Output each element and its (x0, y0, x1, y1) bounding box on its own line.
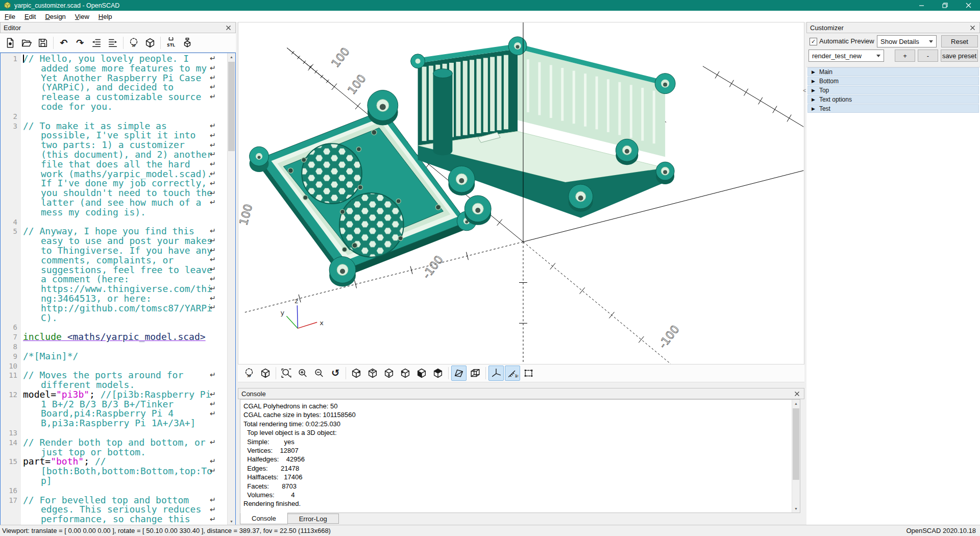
scroll-up-icon[interactable]: ▲ (792, 400, 800, 407)
code-line[interactable]: 9/*[Main]*/ (1, 352, 235, 361)
open-button[interactable] (19, 35, 34, 51)
view-bottom-button[interactable] (381, 366, 397, 381)
tab-console[interactable]: Console (240, 513, 288, 524)
show-edges-button[interactable] (521, 366, 536, 381)
details-dropdown[interactable]: Show Details (877, 35, 937, 47)
line-number: 13 (1, 428, 21, 438)
customizer-section-bottom[interactable]: ▶Bottom (807, 77, 979, 85)
console-close-icon[interactable] (793, 389, 801, 398)
code-line[interactable]: 3// To make it as simple as possible, I'… (1, 121, 235, 217)
wrap-indicator-icon: ↵ (210, 169, 216, 178)
send-to-printer-button[interactable] (180, 35, 195, 51)
collapse-left-icon[interactable]: < (803, 87, 806, 93)
svg-text:»: » (132, 41, 136, 48)
perspective-button[interactable] (451, 366, 467, 381)
menu-item-design[interactable]: Design (40, 12, 70, 21)
code-line[interactable]: 12model="pi3b"; //[pi3b:Raspberry Pi 1 B… (1, 390, 235, 428)
zoom-in-icon (297, 368, 308, 379)
zoom-out-button[interactable] (311, 366, 327, 381)
scroll-up-icon[interactable]: ▲ (228, 53, 235, 61)
customizer-section-top[interactable]: ▶Top (807, 86, 979, 94)
render-button[interactable] (258, 366, 273, 381)
code-line[interactable]: 7include <maths/yarpic_model.scad> (1, 332, 235, 342)
save-button[interactable] (35, 35, 51, 51)
reset-button[interactable]: Reset (941, 35, 978, 47)
menu-item-help[interactable]: Help (94, 12, 117, 21)
line-number: 17 (1, 496, 21, 526)
code-line[interactable]: 5// Anyway, I hope you find this easy to… (1, 227, 235, 323)
editor-close-icon[interactable] (224, 23, 232, 32)
undo-button[interactable]: ↶ (56, 35, 71, 51)
zoom-in-button[interactable] (295, 366, 310, 381)
view-left-button[interactable] (398, 366, 413, 381)
preset-dropdown[interactable]: render_test_new (808, 50, 884, 62)
render-icon (144, 37, 156, 48)
export-stl-button[interactable]: STL (163, 35, 179, 51)
console-panel: Console CGAL Polyhedrons in cache: 50CGA… (238, 388, 804, 513)
model-top-case (411, 37, 675, 225)
details-dropdown-value: Show Details (880, 38, 919, 45)
redo-button[interactable]: ↷ (72, 35, 88, 51)
view-right-button[interactable] (349, 366, 364, 381)
show-scale-button[interactable]: 10 (505, 366, 520, 381)
render-button[interactable] (142, 35, 158, 51)
customizer-section-main[interactable]: ▶Main (807, 67, 979, 76)
section-label: Text options (819, 96, 852, 103)
menu-item-file[interactable]: File (0, 12, 20, 21)
expand-arrow-icon: ▶ (812, 88, 815, 93)
menu-item-view[interactable]: View (70, 12, 94, 21)
view-back-button[interactable] (430, 366, 446, 381)
line-number: 8 (1, 342, 21, 352)
customizer-panel-title: Customizer (810, 24, 844, 32)
remove-preset-button[interactable]: - (918, 50, 938, 62)
code-line[interactable]: 11// Moves the ports around for differen… (1, 371, 235, 390)
wrap-indicator-icon: ↵ (210, 54, 216, 62)
save-preset-button[interactable]: save preset (941, 50, 978, 62)
undo-icon: ↶ (58, 37, 69, 48)
new-file-button[interactable] (3, 35, 18, 51)
customizer-section-text-options[interactable]: ▶Text options (807, 95, 979, 104)
preview-button[interactable]: » (241, 366, 257, 381)
view-front-button[interactable] (414, 366, 429, 381)
console-scrollbar[interactable]: ▲ ▼ (792, 400, 800, 513)
code-editor[interactable]: 1// Hello, you lovely people. I added so… (0, 53, 236, 526)
show-axes-button[interactable] (488, 366, 504, 381)
orthogonal-button[interactable] (468, 366, 483, 381)
restore-button[interactable] (933, 0, 957, 11)
editor-scroll-thumb[interactable] (228, 62, 235, 151)
scroll-down-icon[interactable]: ▼ (228, 518, 235, 525)
console-line: Halffacets: 17406 (240, 473, 800, 481)
editor-scrollbar[interactable]: ▲ ▼ (227, 53, 235, 525)
status-bar: Viewport: translate = [ 0.00 0.00 0.00 ]… (0, 525, 980, 536)
console-line: Edges: 21478 (240, 464, 800, 473)
viewport-3d[interactable]: 100 100 100 -100 -100 z y x (238, 22, 804, 364)
console-scroll-thumb[interactable] (793, 408, 799, 480)
code-line[interactable]: 14// Render both top and bottom, or just… (1, 438, 235, 457)
wrap-indicator-icon: ↵ (210, 400, 216, 408)
wrap-indicator-icon: ↵ (210, 255, 216, 263)
indent-button[interactable] (105, 35, 120, 51)
close-button[interactable] (957, 0, 980, 11)
unindent-button[interactable] (89, 35, 104, 51)
console-output[interactable]: CGAL Polyhedrons in cache: 50CGAL cache … (240, 399, 800, 513)
code-line[interactable]: 1// Hello, you lovely people. I added so… (1, 54, 235, 112)
view-top-button[interactable] (365, 366, 380, 381)
title-bar[interactable]: yarpic_customizer.scad - OpenSCAD (0, 0, 980, 11)
scroll-down-icon[interactable]: ▼ (792, 505, 800, 513)
menu-item-edit[interactable]: Edit (20, 12, 40, 21)
minimize-button[interactable] (910, 0, 933, 11)
console-line: Total rendering time: 0:02:25.030 (240, 420, 800, 428)
code-line[interactable]: 15part="both"; // [both:Both,bottom:Bott… (1, 457, 235, 485)
tab-error-log[interactable]: Error-Log (288, 514, 339, 524)
svg-text:10: 10 (515, 374, 518, 378)
code-line[interactable]: 17// For bevelled top and bottom edges. … (1, 496, 235, 526)
customizer-section-test[interactable]: ▶Test (807, 104, 979, 113)
add-preset-button[interactable]: + (895, 50, 915, 62)
preview-button[interactable]: » (126, 35, 141, 51)
zoom-all-button[interactable] (279, 366, 294, 381)
wrap-indicator-icon: ↵ (210, 515, 216, 523)
customizer-close-icon[interactable] (968, 23, 976, 32)
automatic-preview-checkbox[interactable]: ✓ (810, 38, 817, 45)
reset-view-button[interactable]: ↺ (328, 366, 343, 381)
export-stl-icon: STL (165, 37, 177, 48)
